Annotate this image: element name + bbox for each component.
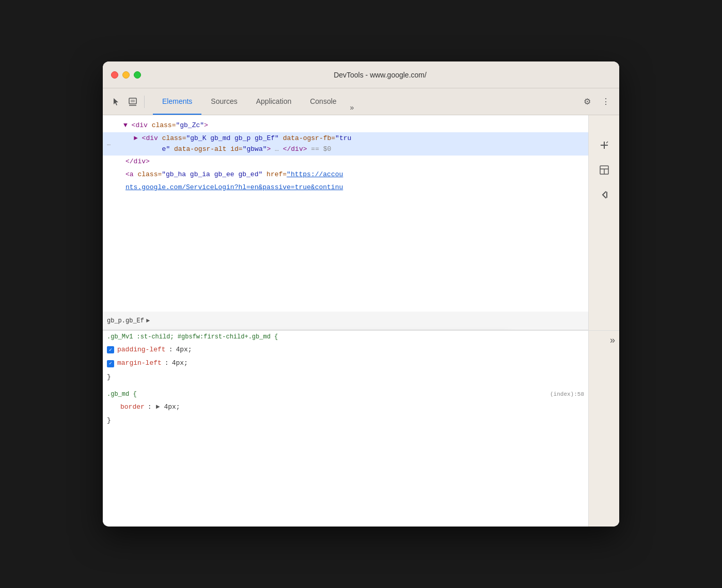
devtools-window: DevTools - www.google.com/ Elements Sour… [103, 61, 619, 527]
css-prop-margin: margin-left : 4px; [103, 357, 588, 370]
css-close-1: } [103, 370, 588, 384]
cursor-icon[interactable] [109, 95, 123, 109]
css-colon-2: : [165, 358, 169, 369]
css-selector-line: .gb_Mv1 :st-child; #gbsfw:first-child+.g… [103, 331, 588, 343]
html-line-selected[interactable]: … ► <div class="gb_K gb_md gb_p gb_Ef" d… [103, 132, 588, 156]
css-rule-1: .gb_Mv1 :st-child; #gbsfw:first-child+.g… [103, 331, 588, 343]
tab-console[interactable]: Console [301, 88, 346, 115]
close-button[interactable] [111, 71, 118, 79]
right-sidebar-bottom: » [588, 331, 619, 527]
css-prop-value-padding: 4px; [176, 344, 192, 355]
sidebar-layout-icon[interactable] [595, 161, 614, 179]
minimize-button[interactable] [122, 71, 130, 79]
inspect-icon[interactable] [125, 95, 140, 109]
css-prop-border: border [120, 401, 145, 413]
maximize-button[interactable] [134, 71, 141, 79]
html-line[interactable]: ▼ <div class="gb_Zc"> [103, 119, 588, 132]
css-close-2: } [103, 414, 588, 427]
more-menu-icon[interactable]: ⋮ [599, 95, 613, 109]
traffic-lights [111, 71, 141, 79]
svg-rect-2 [131, 100, 135, 102]
html-view[interactable]: ▼ <div class="gb_Zc"> … ► <div class="gb… [103, 115, 588, 312]
window-title: DevTools - www.google.com/ [149, 71, 611, 79]
elements-panel: ▼ <div class="gb_Zc"> … ► <div class="gb… [103, 115, 588, 330]
svg-rect-8 [606, 192, 607, 198]
css-rule-2: .gb_md { (index):58 [103, 388, 588, 400]
sidebar-more-icon[interactable]: » [610, 335, 615, 346]
css-prop-name-margin: margin-left [117, 358, 162, 369]
lower-panel: .gb_Mv1 :st-child; #gbsfw:first-child+.g… [103, 330, 619, 527]
panels-wrapper: ▼ <div class="gb_Zc"> … ► <div class="gb… [103, 115, 619, 527]
css-prop-padding: padding-left : 4px; [103, 343, 588, 357]
css-checkbox-margin[interactable] [107, 360, 114, 367]
breadcrumb-bar: gb_p.gb_Ef ► [103, 312, 588, 330]
toolbar-right: ⚙ ⋮ [580, 95, 613, 109]
toolbar-divider [144, 96, 145, 108]
tab-list: Elements Sources Application Console » [153, 88, 358, 115]
toolbar: Elements Sources Application Console » ⚙… [103, 88, 619, 115]
right-sidebar-top [588, 115, 619, 330]
css-panel[interactable]: .gb_Mv1 :st-child; #gbsfw:first-child+.g… [103, 331, 588, 527]
settings-icon[interactable]: ⚙ [580, 95, 594, 109]
tab-sources[interactable]: Sources [201, 88, 246, 115]
title-bar: DevTools - www.google.com/ [103, 61, 619, 88]
html-line[interactable]: </div> [103, 156, 588, 168]
css-selector-2-text: .gb_md { [107, 389, 137, 399]
css-margin-line: margin-left : 4px; [103, 357, 588, 370]
breadcrumb-arrow: ► [146, 317, 150, 324]
html-line[interactable]: nts.google.com/ServiceLogin?hl=en&passiv… [103, 181, 588, 194]
tab-elements[interactable]: Elements [153, 88, 201, 115]
css-selector-text: .gb_Mv1 :st-child; #gbsfw:first-child+.g… [107, 332, 278, 342]
breadcrumb-item: gb_p.gb_Ef [107, 317, 144, 324]
three-dots: … [107, 139, 111, 149]
html-line[interactable]: <a class="gb_ha gb_ia gb_ee gb_ed" href=… [103, 168, 588, 181]
top-panel: ▼ <div class="gb_Zc"> … ► <div class="gb… [103, 115, 619, 330]
css-border-line: border : ► 4px; [103, 400, 588, 414]
css-line-ref-1: (index):58 [550, 391, 588, 397]
more-tabs-button[interactable]: » [346, 100, 358, 115]
css-colon: : [169, 344, 173, 355]
css-checkbox-padding[interactable] [107, 346, 114, 353]
css-value-border: 4px; [164, 401, 180, 413]
tab-application[interactable]: Application [247, 88, 301, 115]
css-prop-name-padding: padding-left [117, 344, 166, 355]
css-selector-2-line: .gb_md { [103, 388, 550, 400]
main-area: ▼ <div class="gb_Zc"> … ► <div class="gb… [103, 115, 619, 527]
css-prop-value-margin: 4px; [172, 358, 188, 369]
sidebar-back-icon[interactable] [595, 185, 614, 204]
sidebar-add-icon[interactable] [595, 136, 614, 154]
css-padding-line: padding-left : 4px; [103, 343, 588, 357]
